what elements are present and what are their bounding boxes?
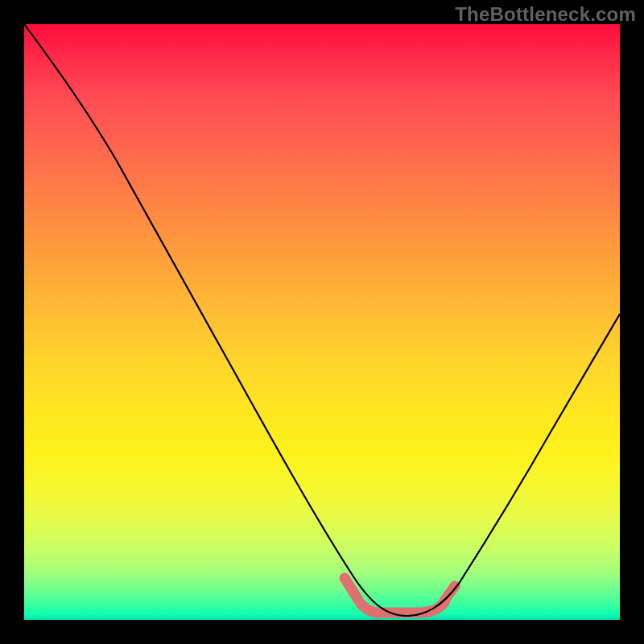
bottleneck-curve	[24, 24, 620, 616]
watermark-text: TheBottleneck.com	[455, 3, 636, 26]
chart-frame: TheBottleneck.com	[0, 0, 644, 644]
plot-area	[24, 24, 620, 620]
curve-layer	[24, 24, 620, 620]
highlight-strokes	[345, 578, 455, 613]
